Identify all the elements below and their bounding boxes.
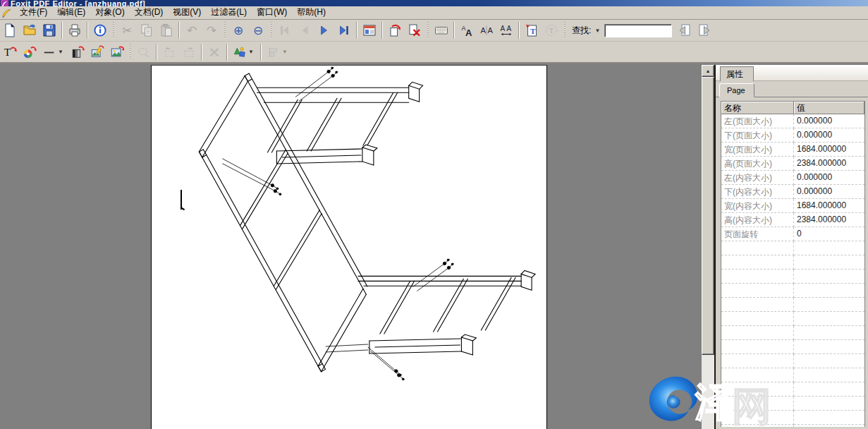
toolbar-grip[interactable] (112, 22, 115, 39)
property-value[interactable]: 0.000000 (794, 185, 864, 199)
menu-item-7[interactable]: 窗口(W) (252, 6, 292, 20)
property-value[interactable]: 0 (794, 227, 864, 241)
property-row[interactable]: 下(内容大小)0.000000 (721, 185, 864, 199)
insert-shape-button[interactable]: ▼ (231, 43, 257, 61)
lasso-select-button[interactable] (135, 43, 153, 61)
find-input[interactable] (605, 25, 671, 37)
tab-page[interactable]: Page (719, 83, 754, 97)
rotate-page-button[interactable] (386, 21, 404, 40)
scroll-up-button[interactable]: ▲ (702, 65, 714, 77)
menu-item-8[interactable]: 帮助(H) (292, 6, 331, 20)
property-value[interactable]: 0.000000 (794, 171, 864, 185)
paste-button[interactable] (157, 21, 176, 40)
property-value[interactable]: 2384.000000 (794, 213, 864, 227)
previous-page-button[interactable] (295, 21, 314, 40)
align-objects-button[interactable]: ▼ (264, 43, 291, 61)
next-page-button[interactable] (315, 21, 334, 40)
properties-panel-titlebar: 属性 (716, 65, 868, 81)
rotate-object-left-button[interactable] (160, 43, 178, 61)
open-button[interactable] (20, 21, 39, 40)
svg-text:A: A (465, 28, 472, 38)
fontreplace-icon: AA (460, 23, 474, 37)
print-button[interactable] (66, 21, 84, 40)
new-document-button[interactable] (1, 21, 19, 40)
fontsize-icon: AA (479, 23, 494, 37)
align-objects-button-dropdown-arrow[interactable]: ▼ (281, 44, 289, 60)
text-select-button[interactable]: T (542, 21, 561, 40)
add-color-object-button[interactable] (20, 43, 39, 61)
property-value[interactable]: 2384.000000 (794, 157, 864, 171)
menu-item-1[interactable]: 文件(F) (15, 6, 52, 20)
char-spacing-button[interactable]: AA (497, 21, 515, 40)
isometric-ladder-drawing[interactable] (152, 66, 546, 429)
vertical-scrollbar[interactable]: ▲ (702, 65, 714, 429)
undo-button[interactable]: ↶ (183, 21, 201, 40)
find-previous-button[interactable] (676, 21, 694, 40)
pdf-page[interactable] (151, 65, 547, 429)
toolbar-grip[interactable] (270, 22, 273, 39)
new-icon (3, 23, 17, 37)
replace-font-button[interactable]: AA (458, 21, 476, 40)
toolbar-separator (156, 44, 157, 61)
copy-button[interactable] (137, 21, 156, 40)
line-tool-button-dropdown-arrow[interactable]: ▼ (56, 44, 65, 60)
menu-item-2[interactable]: 编辑(E) (52, 6, 90, 20)
property-row[interactable]: 页面旋转0 (721, 227, 864, 241)
property-row[interactable]: 高(内容大小)2384.000000 (721, 213, 864, 227)
toolbar-grip[interactable] (563, 22, 566, 39)
line-tool-button[interactable]: ▼ (40, 43, 67, 61)
property-name: 下(页面大小) (721, 128, 794, 143)
property-row[interactable]: 左(页面大小)0.000000 (721, 114, 864, 128)
property-row[interactable]: 左(内容大小)0.000000 (721, 171, 864, 185)
scrollbar-thumb[interactable] (702, 77, 714, 355)
page-layout-button[interactable] (360, 21, 379, 40)
menu-item-4[interactable]: 文档(D) (130, 6, 169, 20)
text-cursor-mark (181, 190, 182, 210)
menu-item-5[interactable]: 视图(V) (168, 6, 206, 20)
insert-shape-button-dropdown-arrow[interactable]: ▼ (247, 44, 255, 60)
zoom-out-button[interactable]: ⊖ (249, 21, 267, 40)
layout-icon (362, 23, 377, 37)
textcircle-icon: T (544, 23, 558, 37)
cut-button[interactable]: ✂ (118, 21, 136, 40)
property-name: 下(内容大小) (721, 185, 794, 199)
menu-item-6[interactable]: 过滤器(L) (206, 6, 252, 20)
column-header-name[interactable]: 名称 (721, 102, 794, 114)
rotate-object-right-button[interactable] (180, 43, 198, 61)
toolbar-grip[interactable] (427, 22, 429, 39)
add-text-object-button[interactable]: T (1, 43, 19, 61)
property-value[interactable]: 1684.000000 (794, 199, 864, 213)
bolt-group-left (223, 159, 281, 195)
save-button[interactable] (40, 21, 59, 40)
last-page-button[interactable] (335, 21, 353, 40)
toolbar-separator (226, 44, 228, 61)
edit-image-button[interactable] (88, 43, 106, 61)
property-name: 宽(页面大小) (721, 143, 794, 157)
addcolor-icon (23, 45, 37, 59)
delete-page-button[interactable] (405, 21, 424, 40)
toolbar-grip[interactable] (129, 44, 132, 61)
property-row[interactable]: 下(页面大小)0.000000 (721, 128, 864, 143)
column-header-value[interactable]: 值 (794, 102, 864, 114)
toolbar-separator (201, 44, 202, 61)
zoom-in-button[interactable]: ⊕ (229, 21, 247, 40)
delete-object-button[interactable] (205, 43, 224, 61)
menu-item-3[interactable]: 对象(O) (90, 6, 129, 20)
property-row[interactable]: 高(页面大小)2384.000000 (721, 157, 864, 171)
property-value[interactable]: 1684.000000 (794, 143, 864, 157)
toolbar-grip[interactable] (224, 22, 226, 39)
property-value[interactable]: 0.000000 (794, 128, 864, 143)
property-row[interactable]: 宽(页面大小)1684.000000 (721, 143, 864, 157)
add-image-button[interactable] (108, 43, 126, 61)
add-shading-object-button[interactable] (68, 43, 87, 61)
find-options-arrow[interactable]: ▼ (593, 23, 601, 38)
property-row[interactable]: 宽(内容大小)1684.000000 (721, 199, 864, 213)
document-info-button[interactable] (91, 21, 109, 40)
keyboard-button[interactable] (432, 21, 451, 40)
property-value[interactable]: 0.000000 (794, 114, 864, 128)
font-size-button[interactable]: AA (477, 21, 496, 40)
insert-text-button[interactable]: T (522, 21, 541, 40)
redo-button[interactable]: ↷ (202, 21, 221, 40)
first-page-button[interactable] (276, 21, 294, 40)
find-next-button[interactable] (695, 21, 714, 40)
